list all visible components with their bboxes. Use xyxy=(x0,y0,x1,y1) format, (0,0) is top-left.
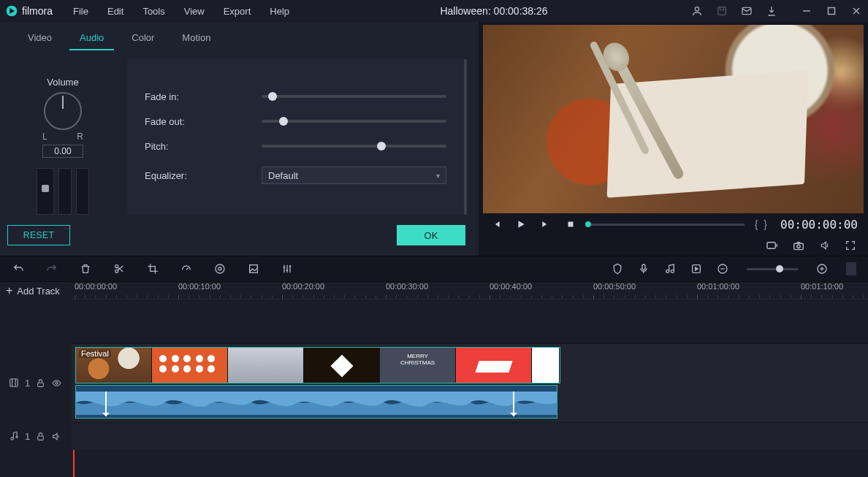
titlebar-actions xyxy=(691,5,862,17)
render-icon[interactable] xyxy=(690,262,703,275)
audio-track-2[interactable] xyxy=(72,422,868,450)
level-meter-r xyxy=(76,168,89,215)
tab-video[interactable]: Video xyxy=(18,29,62,50)
audio-clip[interactable] xyxy=(75,385,557,419)
menu-view[interactable]: View xyxy=(177,3,212,20)
project-title: Halloween: 00:00:38:26 xyxy=(297,5,691,17)
zoom-in-icon[interactable] xyxy=(815,262,829,275)
maximize-icon[interactable] xyxy=(826,5,837,17)
reset-button[interactable]: RESET xyxy=(7,225,70,245)
svg-rect-9 xyxy=(568,222,574,227)
preview-viewport[interactable] xyxy=(483,25,864,213)
timeline-tracks[interactable]: Festival MERRYCHRISTMAS xyxy=(72,299,868,477)
eye-icon[interactable] xyxy=(51,378,62,388)
channel-right-label: R xyxy=(77,131,83,142)
account-icon[interactable] xyxy=(691,5,703,17)
tab-motion[interactable]: Motion xyxy=(172,29,221,50)
channel-left-label: L xyxy=(42,131,47,142)
chevron-down-icon: ▾ xyxy=(436,172,440,180)
svg-rect-3 xyxy=(720,7,723,10)
fade-in-label: Fade in: xyxy=(145,91,262,102)
menu-help[interactable]: Help xyxy=(262,3,297,20)
greenscreen-icon[interactable] xyxy=(247,262,260,275)
music-icon xyxy=(9,431,19,441)
fade-in-handle[interactable] xyxy=(102,392,110,416)
stop-button[interactable] xyxy=(563,217,578,232)
zoom-slider[interactable] xyxy=(747,268,798,270)
level-meter-main[interactable] xyxy=(37,168,54,215)
audio-lock-icon[interactable] xyxy=(36,432,45,441)
speaker-icon[interactable] xyxy=(51,432,61,441)
titlebar: filmora File Edit Tools View Export Help… xyxy=(0,0,868,22)
video-clip[interactable]: Festival MERRYCHRISTMAS xyxy=(75,347,560,383)
tab-audio[interactable]: Audio xyxy=(69,29,114,50)
ok-button[interactable]: OK xyxy=(397,225,465,245)
lock-icon[interactable] xyxy=(36,378,45,388)
svg-point-1 xyxy=(695,7,698,11)
settings-tabs: Video Audio Color Motion xyxy=(0,22,479,50)
timeline-toolbar xyxy=(0,256,868,282)
svg-point-12 xyxy=(797,245,800,248)
download-icon[interactable] xyxy=(766,5,777,17)
snapshot-icon[interactable] xyxy=(792,240,805,251)
equalizer-value: Default xyxy=(268,170,298,181)
pitch-label: Pitch: xyxy=(145,141,262,152)
delete-icon[interactable] xyxy=(79,262,92,275)
split-icon[interactable] xyxy=(113,262,126,275)
save-icon[interactable] xyxy=(716,5,728,17)
menu-file[interactable]: File xyxy=(66,3,96,20)
fullscreen-icon[interactable] xyxy=(845,240,856,251)
svg-rect-10 xyxy=(767,243,775,248)
pitch-slider[interactable] xyxy=(262,145,446,148)
crop-icon[interactable] xyxy=(146,262,159,275)
main-menu: File Edit Tools View Export Help xyxy=(66,3,297,20)
equalizer-select[interactable]: Default ▾ xyxy=(262,167,446,184)
audio-mixer-icon[interactable] xyxy=(663,262,677,275)
zoom-fit-icon[interactable] xyxy=(846,262,856,275)
level-meter-l xyxy=(58,168,72,215)
color-icon[interactable] xyxy=(213,262,226,275)
menu-export[interactable]: Export xyxy=(216,3,259,20)
speed-icon[interactable] xyxy=(180,262,193,275)
mark-in-out-icon[interactable]: { } xyxy=(755,218,767,230)
fade-out-slider[interactable] xyxy=(262,120,446,123)
menu-edit[interactable]: Edit xyxy=(100,3,131,20)
preview-progress[interactable] xyxy=(588,224,745,226)
mail-icon[interactable] xyxy=(741,5,753,17)
zoom-out-icon[interactable] xyxy=(716,262,729,275)
redo-icon[interactable] xyxy=(45,262,58,275)
level-meters xyxy=(37,168,89,215)
equalizer-label: Equalizer: xyxy=(145,170,262,181)
svg-rect-30 xyxy=(38,382,44,386)
minimize-icon[interactable] xyxy=(801,5,812,17)
fade-out-handle[interactable] xyxy=(510,392,517,416)
fade-in-slider[interactable] xyxy=(262,95,446,98)
svg-rect-34 xyxy=(38,435,44,439)
preview-tools xyxy=(483,235,864,256)
prev-frame-button[interactable] xyxy=(489,217,503,232)
volume-value[interactable]: 0.00 xyxy=(42,145,83,158)
audio-track-number: 1 xyxy=(25,431,30,442)
tab-color[interactable]: Color xyxy=(121,29,164,50)
close-icon[interactable] xyxy=(850,5,862,17)
add-track-button[interactable]: + Add Track xyxy=(0,282,66,299)
svg-point-31 xyxy=(56,381,58,383)
play-button[interactable] xyxy=(514,217,528,232)
quality-icon[interactable] xyxy=(766,240,779,251)
record-voiceover-icon[interactable] xyxy=(637,262,650,275)
clip-label: Festival xyxy=(79,349,111,358)
menu-tools[interactable]: Tools xyxy=(135,3,172,20)
audio-controls: Fade in: Fade out: Pitch: Equalizer: Def… xyxy=(127,59,467,215)
marker-icon[interactable] xyxy=(611,262,624,275)
volume-knob[interactable] xyxy=(44,92,82,130)
mixer-icon[interactable] xyxy=(281,262,294,275)
undo-icon[interactable] xyxy=(12,262,25,275)
volume-icon[interactable] xyxy=(818,240,831,251)
settings-panel: Video Audio Color Motion Volume LR 0.00 … xyxy=(0,22,479,256)
time-ruler[interactable]: 00:00:00:0000:00:10:0000:00:20:0000:00:3… xyxy=(72,282,868,299)
plus-icon: + xyxy=(6,285,12,297)
next-frame-button[interactable] xyxy=(538,217,553,232)
volume-label: Volume xyxy=(47,77,78,88)
preview-timecode: 00:00:00:00 xyxy=(777,218,858,232)
volume-column: Volume LR 0.00 xyxy=(12,59,114,215)
